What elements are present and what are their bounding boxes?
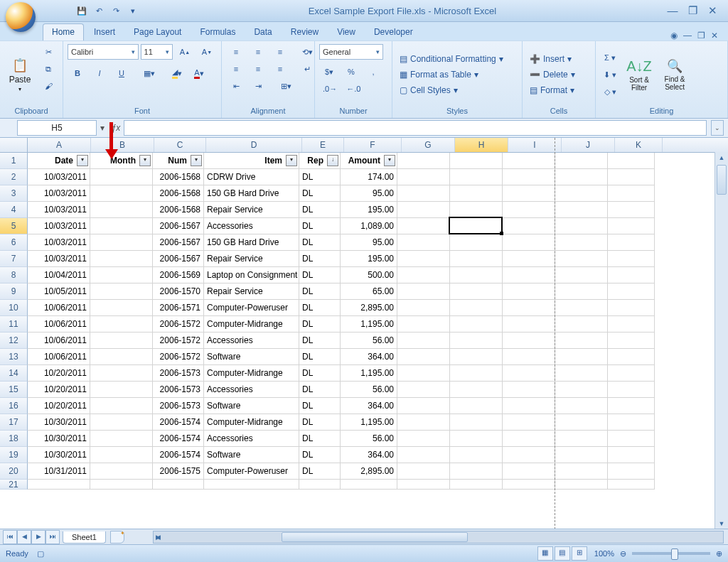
redo-icon[interactable]: ↷ [109, 4, 122, 17]
comma-button[interactable]: , [363, 64, 383, 80]
cell[interactable]: 10/06/2011 [28, 316, 90, 333]
cell[interactable] [555, 202, 608, 218]
cell[interactable] [90, 169, 153, 185]
insert-cells-button[interactable]: ➕Insert ▾ [527, 52, 591, 66]
filter-dropdown-icon[interactable]: ▾ [191, 155, 202, 166]
horizontal-scrollbar[interactable]: ◀ ▶ [153, 531, 724, 544]
cell[interactable] [555, 300, 608, 316]
horizontal-scroll-thumb[interactable] [282, 532, 468, 542]
vertical-scroll-thumb[interactable] [717, 165, 727, 195]
cell[interactable] [397, 349, 450, 365]
filter-header-cell[interactable] [555, 153, 608, 169]
col-header-D[interactable]: D [206, 138, 302, 152]
cell[interactable] [503, 218, 555, 234]
cell[interactable]: Accessories [204, 382, 299, 398]
row-header[interactable]: 1 [0, 153, 28, 169]
cell[interactable]: 2006-1573 [153, 382, 204, 398]
cell[interactable] [90, 382, 153, 398]
cell[interactable]: 195.00 [341, 251, 397, 267]
cell[interactable] [555, 218, 608, 234]
cell[interactable] [90, 251, 153, 267]
cell[interactable]: 2006-1567 [153, 251, 204, 267]
align-right-button[interactable]: ≡ [270, 61, 290, 77]
row-header[interactable]: 3 [0, 185, 28, 202]
col-header-H[interactable]: H [455, 138, 508, 152]
cell[interactable] [397, 382, 450, 398]
macro-record-icon[interactable]: ▢ [37, 549, 44, 558]
cell[interactable] [397, 234, 450, 251]
cell[interactable]: Repair Service [204, 283, 299, 300]
cell[interactable] [555, 480, 608, 490]
cell[interactable]: Repair Service [204, 251, 299, 267]
row-header[interactable]: 9 [0, 283, 28, 300]
col-header-K[interactable]: K [615, 138, 663, 152]
cell[interactable]: 2006-1574 [153, 414, 204, 431]
cell[interactable] [503, 234, 555, 251]
cell[interactable] [503, 300, 555, 316]
cell[interactable] [450, 382, 503, 398]
format-cells-button[interactable]: ▤Format ▾ [527, 83, 591, 97]
cell[interactable]: Accessories [204, 218, 299, 234]
select-all-button[interactable] [0, 138, 28, 152]
cell-styles-button[interactable]: ▢Cell Styles ▾ [397, 83, 518, 97]
cell[interactable]: 10/06/2011 [28, 333, 90, 349]
maximize-button[interactable]: ❐ [685, 4, 700, 17]
cell[interactable]: 10/06/2011 [28, 349, 90, 365]
font-size-combo[interactable]: 11▾ [141, 44, 173, 60]
cell[interactable]: 10/20/2011 [28, 365, 90, 382]
filter-header-cell[interactable]: Month▾ [90, 153, 153, 169]
cell[interactable] [503, 316, 555, 333]
cell[interactable]: 500.00 [341, 267, 397, 283]
tab-review[interactable]: Review [282, 24, 327, 40]
cell[interactable] [90, 283, 153, 300]
cell[interactable] [450, 234, 503, 251]
zoom-slider[interactable] [632, 552, 710, 555]
tab-home[interactable]: Home [43, 23, 84, 40]
fx-icon[interactable]: ƒx [108, 123, 124, 133]
format-painter-button[interactable]: 🖌 [38, 78, 58, 94]
sort-filter-button[interactable]: A↓Z Sort & Filter [623, 44, 655, 105]
cell[interactable] [204, 480, 299, 490]
cell[interactable]: Software [204, 349, 299, 365]
cell[interactable]: 10/31/2011 [28, 463, 90, 480]
doc-restore-button[interactable]: ❐ [697, 31, 705, 40]
filter-header-cell[interactable] [397, 153, 450, 169]
cell[interactable] [555, 431, 608, 447]
cell[interactable]: DL [299, 185, 341, 202]
new-sheet-button[interactable] [110, 531, 124, 544]
cell[interactable]: 364.00 [341, 349, 397, 365]
cell[interactable] [397, 300, 450, 316]
cell[interactable] [397, 251, 450, 267]
increase-indent-button[interactable]: ⇥ [248, 78, 268, 94]
cell[interactable]: 10/30/2011 [28, 414, 90, 431]
increase-decimal-button[interactable]: .0→ [319, 81, 341, 97]
cell[interactable] [555, 251, 608, 267]
cell[interactable] [450, 480, 503, 490]
cell[interactable] [503, 202, 555, 218]
cell[interactable] [503, 431, 555, 447]
tab-view[interactable]: View [328, 24, 364, 40]
cell[interactable]: Laptop on Consignment [204, 267, 299, 283]
cell[interactable]: Computer-Midrange [204, 316, 299, 333]
zoom-slider-knob[interactable] [671, 549, 678, 560]
col-header-E[interactable]: E [302, 138, 344, 152]
cell[interactable] [608, 185, 655, 202]
cell[interactable] [397, 316, 450, 333]
col-header-G[interactable]: G [402, 138, 455, 152]
col-header-F[interactable]: F [344, 138, 402, 152]
cell[interactable] [90, 316, 153, 333]
align-middle-button[interactable]: ≡ [248, 44, 268, 60]
cell[interactable]: 2006-1571 [153, 300, 204, 316]
cell[interactable]: 56.00 [341, 431, 397, 447]
cell[interactable] [450, 283, 503, 300]
cell[interactable]: 10/03/2011 [28, 202, 90, 218]
merge-center-button[interactable]: ⊞▾ [276, 78, 296, 94]
cell[interactable] [341, 480, 397, 490]
cell[interactable]: 95.00 [341, 234, 397, 251]
sheet-tab-sheet1[interactable]: Sheet1 [63, 531, 106, 544]
cell[interactable] [90, 414, 153, 431]
cell[interactable] [450, 447, 503, 463]
row-header[interactable]: 20 [0, 463, 28, 480]
cell[interactable]: DL [299, 316, 341, 333]
cell[interactable]: 56.00 [341, 382, 397, 398]
